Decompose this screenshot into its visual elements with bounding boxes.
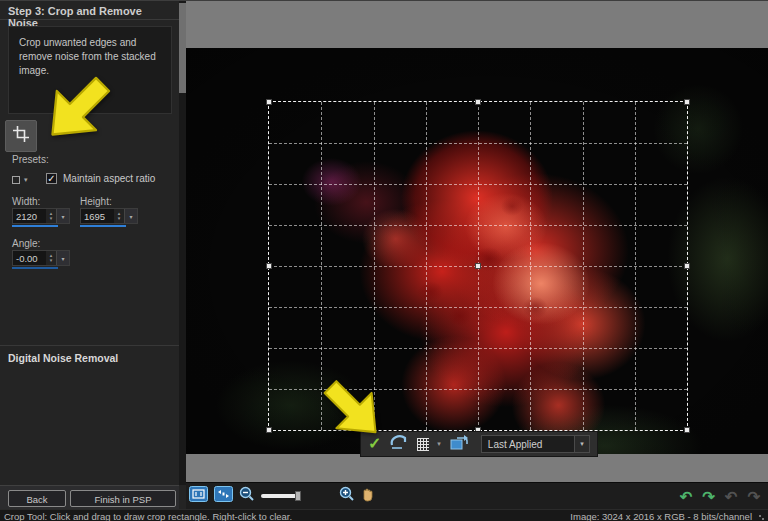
crop-grid-line <box>269 184 687 185</box>
noise-removal-section-header[interactable]: Digital Noise Removal <box>8 352 118 364</box>
crop-handle-ne[interactable] <box>684 99 690 105</box>
finish-in-psp-button[interactable]: Finish in PSP <box>70 490 176 507</box>
angle-accent-bar <box>12 267 58 269</box>
maintain-aspect-label: Maintain aspect ratio <box>63 173 155 184</box>
grid-options-dropdown[interactable]: ▾ <box>437 440 441 448</box>
actual-size-icon[interactable] <box>189 486 208 506</box>
angle-spinner[interactable]: ▴ ▾ <box>46 251 56 265</box>
height-slider-button[interactable]: ▾ <box>124 209 137 223</box>
crop-floating-toolbar: ✓ ▾ Last Applied ▾ <box>360 431 598 457</box>
check-icon: ✓ <box>47 173 55 184</box>
crop-presets-dropdown[interactable]: ▾ <box>12 172 40 188</box>
height-accent-bar <box>80 225 126 227</box>
fit-image-icon[interactable] <box>214 486 233 506</box>
crop-grid-line <box>269 307 687 308</box>
chevron-down-icon: ▾ <box>61 213 64 220</box>
step-title: Step 3: Crop and Remove Noise <box>0 2 179 20</box>
history-controls: ↶ ↷ ↶ ↷ <box>680 483 760 510</box>
zoom-out-icon[interactable] <box>239 486 255 506</box>
spinner-down-icon[interactable]: ▾ <box>118 216 121 221</box>
image-canvas[interactable]: ✓ ▾ Last Applied ▾ <box>186 1 768 509</box>
resize-grip-icon[interactable] <box>758 514 765 521</box>
crop-preset-select[interactable]: Last Applied ▾ <box>481 435 590 453</box>
rotate-right-button-disabled: ↷ <box>747 489 760 504</box>
crop-grid-line <box>269 143 687 144</box>
crop-handle-n[interactable] <box>475 99 481 105</box>
crop-handle-sw[interactable] <box>266 427 272 433</box>
crop-tool-button[interactable] <box>5 120 37 152</box>
undo-button[interactable]: ↶ <box>680 489 693 504</box>
width-accent-bar <box>12 225 58 227</box>
crop-pivot-handle[interactable] <box>475 263 481 269</box>
zoom-slider-thumb[interactable] <box>295 491 301 501</box>
angle-field[interactable]: -0.00 ▴ ▾ ▾ <box>12 250 70 266</box>
view-toolbar: ↶ ↷ ↶ ↷ <box>186 482 768 509</box>
crop-handle-e[interactable] <box>684 263 690 269</box>
status-bar: Crop Tool: Click and drag to draw crop r… <box>0 509 768 521</box>
width-slider-button[interactable]: ▾ <box>56 209 69 223</box>
chevron-down-icon: ▾ <box>61 255 64 262</box>
rotate-crop-button[interactable] <box>449 434 469 455</box>
panel-scrollbar-thumb[interactable] <box>179 3 186 93</box>
width-spinner[interactable]: ▴ ▾ <box>46 209 56 223</box>
callout-arrow-apply <box>314 375 392 447</box>
crop-handle-w[interactable] <box>266 263 272 269</box>
crop-handle-se[interactable] <box>684 427 690 433</box>
angle-label: Angle: <box>12 238 40 249</box>
angle-value[interactable]: -0.00 <box>13 251 46 265</box>
width-field[interactable]: 2120 ▴ ▾ ▾ <box>12 208 70 224</box>
spinner-down-icon[interactable]: ▾ <box>50 258 53 263</box>
crop-handle-nw[interactable] <box>266 99 272 105</box>
section-divider <box>0 345 179 346</box>
image-info-text: Image: 3024 x 2016 x RGB - 8 bits/channe… <box>570 511 752 521</box>
back-button[interactable]: Back <box>8 490 66 507</box>
width-label: Width: <box>12 196 40 207</box>
chevron-down-icon: ▾ <box>129 213 132 220</box>
height-spinner[interactable]: ▴ ▾ <box>114 209 124 223</box>
maintain-aspect-checkbox[interactable]: ✓ <box>46 173 57 184</box>
chevron-down-icon: ▾ <box>574 436 589 452</box>
panel-button-bar: Back Finish in PSP <box>0 485 179 509</box>
height-field[interactable]: 1695 ▴ ▾ ▾ <box>80 208 138 224</box>
panel-scrollbar[interactable] <box>179 1 186 485</box>
clear-crop-button[interactable] <box>389 434 409 454</box>
spinner-down-icon[interactable]: ▾ <box>50 216 53 221</box>
tool-hint-text: Crop Tool: Click and drag to draw crop r… <box>4 511 292 521</box>
callout-arrow-crop-tool <box>35 71 120 151</box>
height-value[interactable]: 1695 <box>81 209 114 223</box>
pan-hand-icon[interactable] <box>361 487 375 506</box>
redo-button[interactable]: ↷ <box>702 489 715 504</box>
crop-preset-value: Last Applied <box>482 439 574 450</box>
width-value[interactable]: 2120 <box>13 209 46 223</box>
grid-overlay-button[interactable] <box>417 438 429 451</box>
presets-label: Presets: <box>12 154 49 165</box>
crop-icon <box>12 125 30 147</box>
zoom-in-icon[interactable] <box>339 486 355 506</box>
height-label: Height: <box>80 196 112 207</box>
chevron-down-icon: ▾ <box>24 176 28 184</box>
angle-slider-button[interactable]: ▾ <box>56 251 69 265</box>
zoom-controls <box>186 486 375 506</box>
rotate-left-button-disabled: ↶ <box>725 489 738 504</box>
crop-grid-line <box>269 225 687 226</box>
zoom-slider[interactable] <box>261 491 307 501</box>
step-panel: Step 3: Crop and Remove Noise Crop unwan… <box>0 1 186 509</box>
app-window: Step 3: Crop and Remove Noise Crop unwan… <box>0 0 768 521</box>
crop-preset-icon <box>12 176 20 184</box>
crop-grid-line <box>269 348 687 349</box>
